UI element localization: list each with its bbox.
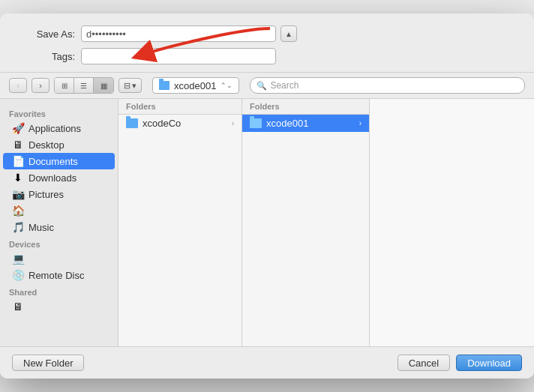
pictures-icon: 📷 <box>12 188 24 200</box>
sidebar: Favorites 🚀 Applications 🖥 Desktop 📄 Doc… <box>0 99 118 346</box>
save-as-row: Save As: ▲ <box>15 25 519 42</box>
save-dialog: Save As: ▲ Tags: ‹ › ⊞ ☰ ▦ ⊟ ▾ xcode001 … <box>0 13 534 379</box>
location-arrows: ⌃⌄ <box>220 82 232 89</box>
folder-icon-selected <box>250 118 262 128</box>
arrange-icon: ⊟ <box>124 81 130 91</box>
cancel-button[interactable]: Cancel <box>398 355 450 371</box>
folder-icon <box>126 118 138 128</box>
shared-icon: 🖥 <box>12 301 24 313</box>
applications-icon: 🚀 <box>12 122 24 134</box>
sidebar-item-remote-disc[interactable]: 💿 Remote Disc <box>3 267 115 283</box>
sidebar-item-macbook[interactable]: 💻 <box>3 250 115 267</box>
footer-right: Cancel Download <box>398 355 522 371</box>
sidebar-item-applications[interactable]: 🚀 Applications <box>3 120 115 136</box>
favorites-label: Favorites <box>0 105 118 120</box>
file-item[interactable]: xcode001 › <box>242 115 369 132</box>
file-item[interactable]: xcodeCo › <box>118 115 242 132</box>
sidebar-item-label: Applications <box>28 123 81 134</box>
arrange-button[interactable]: ⊟ ▾ <box>118 78 142 93</box>
search-icon: 🔍 <box>256 81 267 91</box>
column-header-0: Folders <box>118 99 242 115</box>
macbook-icon: 💻 <box>12 253 24 265</box>
list-view-button[interactable]: ☰ <box>74 78 94 93</box>
column-header-1: Folders <box>242 99 369 115</box>
column-pane-0: Folders xcodeCo › <box>118 99 242 346</box>
content-area: Favorites 🚀 Applications 🖥 Desktop 📄 Doc… <box>0 99 534 346</box>
search-placeholder: Search <box>270 80 298 91</box>
save-as-label: Save As: <box>15 28 75 40</box>
shared-label: Shared <box>0 283 118 298</box>
remote-disc-icon: 💿 <box>12 269 24 281</box>
location-pill[interactable]: xcode001 ⌃⌄ <box>152 77 239 94</box>
sidebar-item-label: Desktop <box>28 139 64 151</box>
devices-label: Devices <box>0 235 118 250</box>
dialog-header: Save As: ▲ Tags: <box>0 13 534 73</box>
file-name: xcode001 <box>266 118 308 129</box>
new-folder-button[interactable]: New Folder <box>12 355 84 371</box>
music-icon: 🎵 <box>12 221 24 233</box>
desktop-icon: 🖥 <box>12 139 24 151</box>
tags-row: Tags: <box>15 48 519 64</box>
icon-view-button[interactable]: ⊞ <box>55 78 74 93</box>
search-box[interactable]: 🔍 Search <box>250 77 525 94</box>
save-as-input[interactable] <box>81 25 276 42</box>
forward-button[interactable]: › <box>32 78 50 93</box>
sidebar-item-downloads[interactable]: ⬇ Downloads <box>3 169 115 186</box>
column-pane-1: Folders xcode001 › <box>242 99 370 346</box>
location-folder-icon <box>159 81 170 90</box>
download-button[interactable]: Download <box>456 355 522 371</box>
expand-button[interactable]: ▲ <box>280 25 297 42</box>
column-content-0: xcodeCo › <box>118 115 242 346</box>
column-content-1: xcode001 › <box>242 115 369 346</box>
sidebar-item-label: Music <box>28 222 54 233</box>
arrange-chevron: ▾ <box>132 81 136 91</box>
location-name: xcode001 <box>174 80 216 91</box>
back-button[interactable]: ‹ <box>9 78 27 93</box>
tags-input[interactable] <box>81 48 276 64</box>
dialog-footer: New Folder Cancel Download <box>0 346 534 379</box>
tags-label: Tags: <box>15 51 75 62</box>
file-name: xcodeCo <box>142 118 181 129</box>
expand-chevron: › <box>232 119 234 127</box>
sidebar-item-music[interactable]: 🎵 Music <box>3 219 115 235</box>
sidebar-item-desktop[interactable]: 🖥 Desktop <box>3 136 115 153</box>
sidebar-item-label: Documents <box>28 156 78 167</box>
expand-chevron: › <box>359 119 362 127</box>
documents-icon: 📄 <box>12 155 24 167</box>
column-view-button[interactable]: ▦ <box>94 78 113 93</box>
sidebar-item-label: Pictures <box>28 189 64 200</box>
sidebar-item-home[interactable]: 🏠 <box>3 202 115 219</box>
sidebar-item-documents[interactable]: 📄 Documents <box>3 153 115 169</box>
home-icon: 🏠 <box>12 205 24 217</box>
view-buttons: ⊞ ☰ ▦ <box>54 77 114 94</box>
empty-pane <box>370 99 534 346</box>
toolbar: ‹ › ⊞ ☰ ▦ ⊟ ▾ xcode001 ⌃⌄ 🔍 Search <box>0 73 534 99</box>
sidebar-item-shared[interactable]: 🖥 <box>3 298 115 315</box>
downloads-icon: ⬇ <box>12 172 24 184</box>
sidebar-item-label: Downloads <box>28 172 76 184</box>
browser-area: Folders xcodeCo › Folders xcode001 › <box>118 99 534 346</box>
sidebar-item-pictures[interactable]: 📷 Pictures <box>3 186 115 202</box>
sidebar-item-label: Remote Disc <box>28 270 84 281</box>
